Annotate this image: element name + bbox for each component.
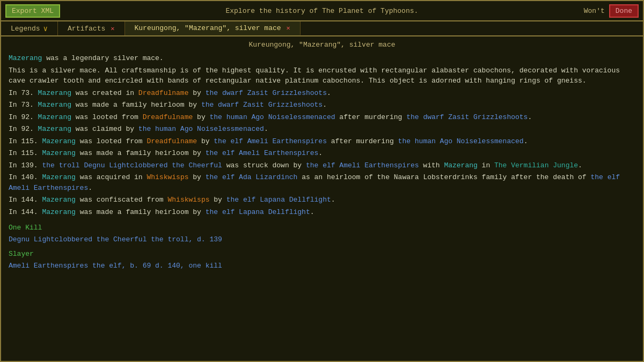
event-115-looted-mid: was looted from	[76, 137, 147, 145]
dreadfulname-73c[interactable]: Dreadfulname	[138, 89, 189, 97]
whiskwisps-144[interactable]: Whiskwisps	[167, 196, 209, 204]
event-73-created: In 73. Mazerang was created in Dreadfuln…	[9, 88, 635, 99]
event-115-looted-after: after murdering	[327, 137, 398, 145]
tab-legends-label: Legends	[11, 25, 40, 33]
event-73-heirloom: In 73. Mazerang was made a family heirlo…	[9, 100, 635, 110]
event-144-conf-prefix: In 144.	[9, 196, 42, 204]
event-115-heirloom: In 115. Mazerang was made a family heirl…	[9, 148, 635, 159]
event-144-confiscated: In 144. Mazerang was confiscated from Wh…	[9, 195, 635, 205]
mazerang-115h[interactable]: Mazerang	[42, 149, 75, 157]
ameli-115l[interactable]: the elf Ameli Earthenspires	[214, 137, 327, 145]
dreadfulname-92[interactable]: Dreadfulname	[143, 113, 193, 121]
event-139-in: in	[478, 161, 494, 169]
slayer-entry-text[interactable]: Ameli Earthenspires the elf, b. 69 d. 14…	[9, 262, 222, 270]
mazerang-ref-intro[interactable]: Mazerang	[9, 54, 42, 62]
whiskwisps-140[interactable]: Whiskwisps	[147, 173, 188, 181]
event-140-mid: was acquired in	[76, 173, 147, 181]
slayer-header: Slayer	[9, 249, 635, 260]
event-144-heirloom-mid: was made a family heirloom by	[76, 208, 206, 216]
slayer-entry[interactable]: Ameli Earthenspires the elf, b. 69 d. 14…	[9, 261, 635, 271]
lapana-144h[interactable]: the elf Lapana Dellflight	[206, 208, 310, 216]
event-140-extra: as an heirloom of the Nawara Lobsterdrin…	[297, 173, 590, 181]
tab-artifacts-label: Artifacts	[68, 25, 105, 33]
event-115-looted-prefix: In 115.	[9, 137, 42, 145]
wont-label: Won't	[584, 7, 605, 15]
event-115-looted: In 115. Mazerang was looted from Dreadfu…	[9, 136, 635, 147]
intro-line: Mazerang was a legendary silver mace.	[9, 53, 635, 64]
event-115-heirloom-prefix: In 115.	[9, 149, 42, 157]
mazerang-73h[interactable]: Mazerang	[38, 101, 71, 109]
intro-text: was a legendary silver mace.	[46, 54, 163, 62]
event-92-looted-prefix: In 92.	[9, 113, 38, 121]
description-line: This is a silver mace. All craftsmanship…	[9, 65, 635, 86]
event-115-looted-end: .	[524, 137, 528, 145]
tab-artifacts[interactable]: Artifacts ✕	[58, 21, 125, 35]
event-115-heirloom-end: .	[318, 149, 323, 157]
tab-legends-arrow: ∨	[43, 24, 48, 33]
mazerang-140[interactable]: Mazerang	[42, 173, 75, 181]
event-73-created-prefix: In 73.	[9, 89, 38, 97]
event-92-claimed-prefix: In 92.	[9, 125, 38, 133]
event-139-mid: was struck down by	[222, 161, 306, 169]
zasit-73c[interactable]: the dwarf Zasit Grizzleshoots	[206, 89, 327, 97]
ada-140[interactable]: the elf Ada Lizardinch	[206, 173, 298, 181]
event-73-created-by: by	[188, 89, 205, 97]
event-92-looted: In 92. Mazerang was looted from Dreadful…	[9, 112, 635, 123]
event-144-conf-end: .	[331, 196, 335, 204]
page-title: Explore the history of The Planet of Typ…	[60, 7, 584, 15]
event-140-prefix: In 140.	[9, 173, 42, 181]
event-144-heirloom-end: .	[310, 208, 314, 216]
ago-115[interactable]: the human Ago Noiselessmenaced	[398, 137, 524, 145]
ago-92l[interactable]: the human Ago Noiselessmenaced	[210, 113, 335, 121]
tab-kureungong-close[interactable]: ✕	[287, 24, 290, 32]
event-140-by: by	[188, 173, 205, 181]
event-92-looted-end: .	[528, 113, 532, 121]
artifact-title: Kureungong, "Mazerang", silver mace	[9, 41, 635, 49]
event-115-looted-by: by	[197, 137, 214, 145]
zasit-73h[interactable]: the dwarf Zasit Grizzleshoots	[201, 101, 323, 109]
event-73-created-end: .	[327, 89, 331, 97]
dreadfulname-115[interactable]: Dreadfulname	[147, 137, 197, 145]
top-bar: Export XML Explore the history of The Pl…	[1, 1, 643, 21]
mazerang-92l[interactable]: Mazerang	[38, 113, 71, 121]
event-73-heirloom-prefix: In 73.	[9, 101, 38, 109]
event-92-claimed-end: .	[264, 125, 268, 133]
degnu-139[interactable]: the troll Degnu Lightclobbered the Cheer…	[42, 161, 222, 169]
ameli-115h[interactable]: the elf Ameli Earthenspires	[206, 149, 319, 157]
event-140-acquired: In 140. Mazerang was acquired in Whiskwi…	[9, 172, 635, 193]
mazerang-144h[interactable]: Mazerang	[42, 208, 75, 216]
mazerang-144c[interactable]: Mazerang	[42, 196, 75, 204]
one-kill-header: One Kill	[9, 223, 635, 233]
event-73-heirloom-end: .	[323, 101, 327, 109]
tab-legends[interactable]: Legends ∨	[1, 21, 58, 35]
event-92-claimed-mid: was claimed by	[71, 125, 138, 133]
event-144-conf-by: by	[210, 196, 226, 204]
zasit-92[interactable]: the dwarf Zasit Grizzleshoots	[406, 113, 528, 121]
event-92-looted-by: by	[193, 113, 209, 121]
ago-92c[interactable]: the human Ago Noiselessmenaced	[138, 125, 264, 133]
kill-entry-text[interactable]: Degnu Lightclobbered the Cheerful the tr…	[9, 235, 222, 243]
event-92-looted-mid: was looted from	[71, 113, 143, 121]
tab-artifacts-close[interactable]: ✕	[111, 25, 114, 33]
event-115-heirloom-mid: was made a family heirloom by	[76, 149, 206, 157]
kill-entry[interactable]: Degnu Lightclobbered the Cheerful the tr…	[9, 234, 635, 245]
vermilian-139[interactable]: The Vermilian Jungle	[494, 161, 578, 169]
content-area: Kureungong, "Mazerang", silver mace Maze…	[1, 36, 643, 362]
event-140-end: .	[88, 184, 92, 192]
tab-kureungong[interactable]: Kureungong, "Mazerang", silver mace ✕	[125, 21, 301, 35]
tab-kureungong-label: Kureungong, "Mazerang", silver mace	[135, 24, 281, 32]
done-button[interactable]: Done	[609, 4, 639, 18]
mazerang-139[interactable]: Mazerang	[444, 161, 477, 169]
event-139-prefix: In 139.	[9, 161, 42, 169]
mazerang-115l[interactable]: Mazerang	[42, 137, 75, 145]
lapana-144c[interactable]: the elf Lapana Dellflight	[226, 196, 331, 204]
mazerang-92c[interactable]: Mazerang	[38, 125, 71, 133]
export-xml-button[interactable]: Export XML	[5, 4, 60, 18]
event-92-looted-after: after murdering	[335, 113, 407, 121]
ameli-139[interactable]: the elf Ameli Earthenspires	[306, 161, 419, 169]
event-144-heirloom: In 144. Mazerang was made a family heirl…	[9, 207, 635, 218]
mazerang-73c[interactable]: Mazerang	[38, 89, 71, 97]
event-92-claimed: In 92. Mazerang was claimed by the human…	[9, 124, 635, 135]
event-139-end: .	[578, 161, 582, 169]
event-73-created-mid: was created in	[71, 89, 138, 97]
